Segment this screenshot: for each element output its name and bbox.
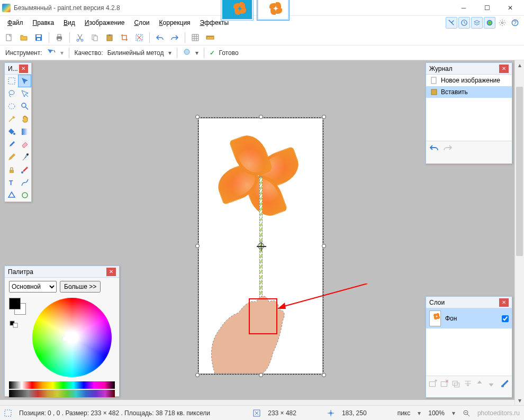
tools-close-icon[interactable]: ✕ [19, 65, 28, 73]
print-icon[interactable] [53, 32, 65, 43]
crop-icon[interactable] [119, 32, 130, 43]
layer-row[interactable]: Фон [426, 308, 512, 328]
tool-shapes-extra[interactable] [18, 189, 31, 202]
maximize-button[interactable]: ☐ [475, 0, 499, 16]
layer-properties-icon[interactable] [500, 379, 510, 388]
layer-merge-icon[interactable] [463, 379, 473, 388]
menu-view[interactable]: Вид [59, 17, 79, 28]
more-colors-button[interactable]: Больше >> [60, 281, 101, 293]
colors-panel[interactable]: Палитра✕ Основной Больше >> [4, 266, 120, 397]
history-redo-icon[interactable] [443, 144, 453, 154]
history-panel[interactable]: Журнал✕ Новое изображение Вставить [426, 62, 512, 164]
wheel-cursor[interactable] [62, 336, 67, 341]
history-item[interactable]: Новое изображение [426, 75, 512, 86]
canvas[interactable] [199, 118, 322, 373]
commit-icon[interactable]: ✓ [210, 49, 215, 57]
layers-close-icon[interactable]: ✕ [499, 298, 509, 307]
resize-handle[interactable] [195, 373, 200, 377]
tool-rect-select[interactable] [5, 75, 18, 87]
move-center-icon[interactable] [258, 243, 264, 249]
tool-eraser[interactable] [18, 138, 31, 151]
undo-icon[interactable] [154, 32, 166, 43]
cut-icon[interactable] [74, 32, 86, 43]
deselect-icon[interactable] [133, 32, 145, 43]
open-file-icon[interactable] [18, 32, 30, 43]
history-undo-icon[interactable] [429, 144, 439, 154]
sampling-icon[interactable] [183, 48, 191, 58]
zoom-value[interactable]: 100% [428, 409, 445, 417]
tool-pencil[interactable] [5, 151, 18, 163]
grid-icon[interactable] [189, 32, 201, 43]
tool-window-layers-icon[interactable] [471, 17, 483, 29]
tools-panel[interactable]: И...✕ T [4, 62, 32, 202]
tool-gradient[interactable] [18, 125, 31, 138]
layer-duplicate-icon[interactable] [451, 379, 461, 388]
resize-handle[interactable] [195, 115, 200, 119]
layer-delete-icon[interactable] [440, 379, 449, 388]
resize-handle[interactable] [195, 244, 200, 248]
paste-icon[interactable] [104, 32, 115, 43]
tool-ellipse-select[interactable] [5, 100, 18, 113]
layer-up-icon[interactable] [475, 379, 484, 388]
layer-down-icon[interactable] [486, 379, 496, 388]
copy-icon[interactable] [89, 32, 101, 43]
menu-edit[interactable]: Правка [29, 17, 59, 28]
resize-handle[interactable] [322, 373, 326, 377]
tool-move-selection[interactable] [18, 75, 31, 87]
scroll-thumb[interactable] [516, 87, 523, 256]
resize-handle[interactable] [322, 115, 326, 119]
tool-move-pixels[interactable] [18, 87, 31, 100]
menu-layers[interactable]: Слои [130, 17, 153, 28]
layer-visibility-checkbox[interactable] [502, 315, 509, 322]
tool-fill[interactable] [5, 125, 18, 138]
unit-select[interactable]: пикс [397, 409, 411, 417]
tool-recolor[interactable] [18, 163, 31, 176]
color-swatches[interactable] [9, 298, 28, 317]
menu-image[interactable]: Изображение [80, 17, 129, 28]
color-wheel[interactable] [32, 298, 112, 377]
tool-line[interactable] [18, 176, 31, 189]
quality-value[interactable]: Билинейный метод [107, 49, 164, 57]
tool-text[interactable]: T [5, 176, 18, 189]
tool-magic-wand[interactable] [5, 113, 18, 125]
ruler-icon[interactable] [204, 32, 216, 43]
colors-close-icon[interactable]: ✕ [106, 268, 116, 276]
resize-handle[interactable] [259, 115, 263, 119]
tool-shape[interactable] [5, 189, 18, 202]
tool-lasso[interactable] [5, 87, 18, 100]
close-button[interactable]: ✕ [499, 0, 522, 16]
color-mode-select[interactable]: Основной [9, 281, 57, 293]
color-palette-strip-2[interactable] [9, 390, 115, 397]
tool-window-colors-icon[interactable] [484, 17, 495, 29]
doc-thumb-2[interactable] [257, 0, 290, 21]
zoom-out-icon[interactable] [463, 409, 470, 417]
menu-adjust[interactable]: Коррекция [155, 17, 195, 28]
swap-colors-icon[interactable] [9, 320, 28, 330]
new-file-icon[interactable] [3, 32, 15, 43]
menu-file[interactable]: Файл [3, 17, 28, 28]
selection-marquee[interactable] [198, 117, 323, 375]
scroll-up-icon[interactable]: ▴ [515, 60, 524, 70]
minimize-button[interactable]: ─ [452, 0, 475, 16]
resize-handle[interactable] [322, 244, 326, 248]
vertical-scrollbar[interactable]: ▴ ▾ [514, 60, 524, 405]
history-item[interactable]: Вставить [426, 86, 512, 98]
tool-brush[interactable] [5, 138, 18, 151]
color-palette-strip[interactable] [9, 381, 115, 389]
layer-add-icon[interactable] [428, 379, 438, 388]
history-close-icon[interactable]: ✕ [499, 65, 509, 73]
save-icon[interactable] [33, 32, 44, 43]
tool-window-history-icon[interactable] [458, 17, 470, 29]
tool-zoom[interactable] [18, 100, 31, 113]
tool-dropdown-icon[interactable] [47, 48, 56, 57]
horizontal-scrollbar[interactable] [0, 400, 514, 405]
tool-color-picker[interactable] [18, 151, 31, 163]
redo-icon[interactable] [169, 32, 180, 43]
scroll-down-icon[interactable]: ▾ [515, 396, 524, 405]
help-icon[interactable]: ? [509, 17, 521, 29]
doc-thumb-1[interactable] [221, 0, 254, 21]
tool-clone[interactable] [5, 163, 18, 176]
layers-panel[interactable]: Слои✕ Фон [426, 296, 512, 398]
tool-window-tools-icon[interactable] [446, 17, 457, 29]
resize-handle[interactable] [259, 373, 263, 377]
